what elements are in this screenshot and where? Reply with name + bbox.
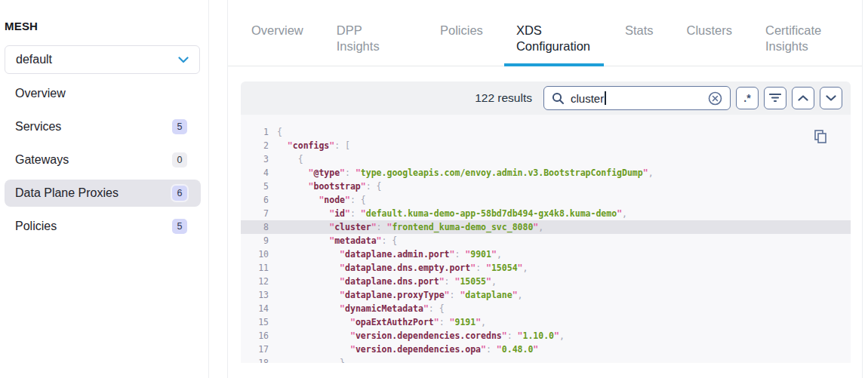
code-line: 15 "opaExtAuthzPort": "9191", (241, 315, 851, 329)
line-number: 18 (241, 356, 269, 363)
code-line: 7 "id": "default.kuma-demo-app-58bd7db49… (241, 207, 851, 220)
line-number: 7 (241, 207, 269, 220)
line-number: 17 (241, 343, 269, 356)
copy-icon[interactable] (814, 130, 827, 143)
tab-xds-configuration[interactable]: XDS Configuration (504, 17, 604, 66)
line-number: 4 (241, 166, 269, 180)
code-line-content: "id": "default.kuma-demo-app-58bd7db494-… (269, 207, 627, 220)
code-line-content: "bootstrap": { (269, 180, 382, 193)
count-badge: 5 (172, 119, 187, 134)
search-input-value: cluster (571, 92, 604, 105)
code-line-content: { (269, 125, 282, 139)
code-line-content: "dynamicMetadata": { (269, 302, 445, 315)
code-line-content: "dataplane.dns.port": "15055", (269, 275, 497, 288)
code-line: 6 "node": { (241, 193, 851, 207)
sidebar-item-label: Data Plane Proxies (15, 186, 119, 200)
line-number: 6 (241, 193, 269, 207)
filter-icon (769, 93, 781, 103)
code-line-content: }, (269, 356, 350, 363)
main-panel: OverviewDPP InsightsPoliciesXDS Configur… (227, 0, 863, 378)
sidebar-item-label: Gateways (15, 153, 69, 167)
code-line: 17 "version.dependencies.opa": "0.48.0" (241, 343, 851, 356)
line-number: 12 (241, 275, 269, 288)
code-line-content: "dataplane.proxyType": "dataplane", (269, 288, 523, 302)
sidebar-item-overview[interactable]: Overview (5, 80, 201, 107)
code-line-content: "node": { (269, 193, 366, 207)
code-line: 14 "dynamicMetadata": { (241, 302, 851, 315)
code-line: 18 }, (241, 356, 851, 363)
count-badge: 5 (172, 219, 187, 234)
sidebar-item-data-plane-proxies[interactable]: Data Plane Proxies6 (5, 180, 201, 207)
line-number: 10 (241, 247, 269, 261)
sidebar-item-label: Overview (15, 87, 66, 100)
code-viewer: 1{2 "configs": [3 {4 "@type": "type.goog… (241, 115, 851, 363)
line-number: 5 (241, 180, 269, 193)
chevron-down-icon (178, 57, 189, 63)
code-line-content: "version.dependencies.opa": "0.48.0" (269, 343, 538, 356)
line-number: 13 (241, 288, 269, 302)
code-line-content: "@type": "type.googleapis.com/envoy.admi… (269, 166, 654, 180)
code-line: 1{ (241, 125, 851, 139)
search-input[interactable]: cluster (543, 86, 731, 110)
chevron-down-icon (826, 95, 836, 101)
sidebar-item-label: Services (15, 120, 61, 134)
sidebar-item-policies[interactable]: Policies5 (5, 213, 201, 240)
code-line-content: "version.dependencies.coredns": "1.10.0"… (269, 329, 565, 343)
tab-certificate-insights[interactable]: Certificate Insights (753, 17, 853, 66)
code-line-content: { (269, 152, 303, 166)
code-lines: 1{2 "configs": [3 {4 "@type": "type.goog… (241, 125, 851, 363)
results-count: 122 results (475, 91, 532, 105)
clear-search-icon[interactable] (708, 91, 722, 106)
tab-policies[interactable]: Policies (428, 17, 495, 66)
line-number: 15 (241, 315, 269, 329)
line-number: 14 (241, 302, 269, 315)
next-match-button[interactable] (820, 87, 842, 109)
xds-configuration-panel: 122 results cluster .* (241, 81, 851, 363)
line-number: 8 (241, 220, 269, 234)
tab-clusters[interactable]: Clusters (674, 17, 744, 66)
chevron-up-icon (798, 95, 808, 101)
line-number: 9 (241, 234, 269, 247)
tab-stats[interactable]: Stats (613, 17, 666, 66)
code-line-content: "opaExtAuthzPort": "9191", (269, 315, 486, 329)
mesh-selector-value: default (16, 53, 52, 66)
line-number: 3 (241, 152, 269, 166)
sidebar-item-services[interactable]: Services5 (5, 113, 201, 140)
code-line: 9 "metadata": { (241, 234, 851, 247)
regex-glyph: .* (743, 92, 750, 104)
regex-toggle-button[interactable]: .* (736, 87, 759, 109)
code-line: 11 "dataplane.dns.empty.port": "15054", (241, 261, 851, 275)
sidebar-item-gateways[interactable]: Gateways0 (5, 146, 201, 174)
text-caret (605, 91, 606, 105)
code-line-content: "dataplane.admin.port": "9901", (269, 247, 502, 261)
code-line: 10 "dataplane.admin.port": "9901", (241, 247, 851, 261)
code-line: 12 "dataplane.dns.port": "15055", (241, 275, 851, 288)
line-number: 16 (241, 329, 269, 343)
code-toolbar: 122 results cluster .* (241, 81, 851, 115)
code-line-search-match: 8 "cluster": "frontend_kuma-demo_svc_808… (241, 220, 851, 234)
line-number: 11 (241, 261, 269, 275)
code-line-content: "configs": [ (269, 139, 350, 152)
mesh-selector-dropdown[interactable]: default (5, 45, 200, 74)
sidebar: MESH default OverviewServices5Gateways0D… (0, 0, 209, 378)
mesh-section-label: MESH (5, 20, 201, 32)
count-badge: 6 (172, 186, 187, 201)
code-line: 16 "version.dependencies.coredns": "1.10… (241, 329, 851, 343)
line-number: 2 (241, 139, 269, 152)
code-line: 3 { (241, 152, 851, 166)
count-badge: 0 (172, 152, 187, 167)
search-icon (552, 92, 565, 105)
filter-button[interactable] (764, 87, 786, 109)
tab-bar: OverviewDPP InsightsPoliciesXDS Configur… (228, 0, 862, 66)
tab-overview[interactable]: Overview (239, 17, 315, 66)
sidebar-nav: OverviewServices5Gateways0Data Plane Pro… (5, 80, 201, 240)
line-number: 1 (241, 125, 269, 139)
code-line: 13 "dataplane.proxyType": "dataplane", (241, 288, 851, 302)
tab-dpp-insights[interactable]: DPP Insights (325, 17, 419, 66)
code-line-content: "cluster": "frontend_kuma-demo_svc_8080"… (269, 220, 543, 234)
code-line: 4 "@type": "type.googleapis.com/envoy.ad… (241, 166, 851, 180)
code-line: 2 "configs": [ (241, 139, 851, 152)
previous-match-button[interactable] (792, 87, 814, 109)
code-line: 5 "bootstrap": { (241, 180, 851, 193)
sidebar-item-label: Policies (15, 220, 57, 233)
